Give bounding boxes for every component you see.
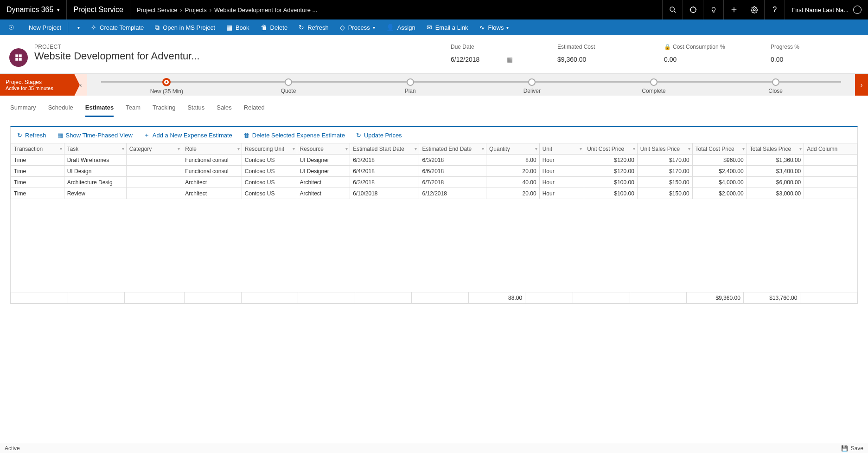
cell[interactable]: Architect (297, 177, 350, 188)
column-header[interactable]: Unit Sales Price▾ (637, 143, 692, 155)
cell[interactable]: UI Designer (297, 166, 350, 177)
cell[interactable]: Time (11, 188, 64, 199)
cell[interactable] (804, 166, 857, 177)
table-row[interactable]: TimeDraft WireframesFunctional consulCon… (11, 155, 857, 166)
cell[interactable]: $6,000.00 (747, 177, 804, 188)
cell[interactable] (126, 177, 182, 188)
column-header[interactable]: Task▾ (64, 143, 126, 155)
app-switcher[interactable]: Dynamics 365 ▾ (0, 0, 67, 19)
new-project-dropdown[interactable]: ▾ (69, 19, 85, 35)
cell[interactable]: $150.00 (637, 188, 692, 199)
breadcrumb-item[interactable]: Projects (185, 6, 207, 13)
lightbulb-icon[interactable] (703, 0, 723, 19)
cell[interactable]: 20.00 (486, 188, 539, 199)
cell[interactable]: $1,360.00 (747, 155, 804, 166)
time-phased-button[interactable]: ▦Show Time-Phased View (57, 132, 133, 139)
cell[interactable] (804, 177, 857, 188)
cell[interactable]: Hour (539, 155, 584, 166)
column-header[interactable]: Add Column (804, 143, 857, 155)
cell[interactable]: Functional consul (182, 166, 242, 177)
save-button[interactable]: 💾 Save (841, 445, 863, 452)
process-stage[interactable]: New (35 Min) (106, 75, 228, 95)
assign-button[interactable]: 👤Assign (381, 19, 421, 35)
cell[interactable]: $2,000.00 (692, 188, 747, 199)
target-icon[interactable] (683, 0, 703, 19)
add-expense-button[interactable]: ＋Add a New Expense Estimate (144, 131, 232, 139)
settings-icon[interactable] (744, 0, 764, 19)
cell[interactable]: UI Design (64, 166, 126, 177)
cell[interactable]: Architect (297, 188, 350, 199)
cell[interactable]: Contoso US (242, 177, 297, 188)
column-header[interactable]: Unit▾ (539, 143, 584, 155)
column-header[interactable]: Category▾ (126, 143, 182, 155)
refresh-button[interactable]: ↻Refresh (293, 19, 334, 35)
grid-refresh-button[interactable]: ↻Refresh (17, 132, 46, 139)
book-button[interactable]: ▦Book (221, 19, 255, 35)
cell[interactable]: 6/4/2018 (350, 166, 419, 177)
new-project-button[interactable]: New Project (23, 19, 67, 35)
cell[interactable]: Contoso US (242, 166, 297, 177)
cell[interactable]: 20.00 (486, 166, 539, 177)
cell[interactable]: $120.00 (584, 166, 638, 177)
user-menu[interactable]: First Name Last Na... (785, 0, 868, 19)
cell[interactable]: Hour (539, 177, 584, 188)
cell[interactable]: Time (11, 177, 64, 188)
tab-schedule[interactable]: Schedule (48, 101, 73, 117)
cell[interactable]: 6/7/2018 (419, 177, 486, 188)
breadcrumb-item[interactable]: Project Service (137, 6, 177, 13)
module-name-cell[interactable]: Project Service (67, 0, 130, 19)
tab-summary[interactable]: Summary (10, 101, 36, 117)
column-header[interactable]: Resourcing Unit▾ (242, 143, 297, 155)
cell[interactable]: Architecture Desig (64, 177, 126, 188)
cell[interactable]: 6/6/2018 (419, 166, 486, 177)
cell[interactable]: Architect (182, 177, 242, 188)
tab-related[interactable]: Related (244, 101, 265, 117)
process-stage[interactable]: Plan (349, 76, 471, 94)
column-header[interactable]: Transaction▾ (11, 143, 64, 155)
cell[interactable]: 40.00 (486, 177, 539, 188)
column-header[interactable]: Estimated End Date▾ (419, 143, 486, 155)
cell[interactable]: $100.00 (584, 177, 638, 188)
cell[interactable]: 6/3/2018 (350, 177, 419, 188)
cell[interactable]: $100.00 (584, 188, 638, 199)
cell[interactable]: 6/3/2018 (419, 155, 486, 166)
cell[interactable]: $120.00 (584, 155, 638, 166)
email-link-button[interactable]: ✉Email a Link (421, 19, 474, 35)
cell[interactable] (126, 155, 182, 166)
cell[interactable]: $170.00 (637, 166, 692, 177)
cell[interactable]: 6/3/2018 (350, 155, 419, 166)
table-row[interactable]: TimeArchitecture DesigArchitectContoso U… (11, 177, 857, 188)
process-stage[interactable]: Complete (593, 76, 715, 94)
tab-tracking[interactable]: Tracking (153, 101, 175, 117)
cell[interactable]: Hour (539, 188, 584, 199)
column-header[interactable]: Resource▾ (297, 143, 350, 155)
cell[interactable]: Time (11, 155, 64, 166)
cell[interactable] (804, 155, 857, 166)
update-prices-button[interactable]: ↻Update Prices (356, 132, 402, 139)
column-header[interactable]: Total Sales Price▾ (747, 143, 804, 155)
cell[interactable]: $4,000.00 (692, 177, 747, 188)
cell[interactable]: Review (64, 188, 126, 199)
cell[interactable]: Contoso US (242, 155, 297, 166)
cell[interactable]: Time (11, 166, 64, 177)
flows-button[interactable]: ∿Flows▾ (474, 19, 515, 35)
calendar-icon[interactable]: ▦ (507, 56, 513, 63)
process-stage[interactable]: Close (715, 76, 836, 94)
search-icon[interactable] (662, 0, 683, 19)
tab-team[interactable]: Team (126, 101, 140, 117)
column-header[interactable]: Role▾ (182, 143, 242, 155)
column-header[interactable]: Total Cost Price▾ (692, 143, 747, 155)
cell[interactable]: 8.00 (486, 155, 539, 166)
cell[interactable]: $150.00 (637, 177, 692, 188)
tab-sales[interactable]: Sales (217, 101, 232, 117)
column-header[interactable]: Quantity▾ (486, 143, 539, 155)
cell[interactable] (126, 166, 182, 177)
cell[interactable]: $3,400.00 (747, 166, 804, 177)
open-ms-project-button[interactable]: ⧉Open in MS Project (149, 19, 221, 35)
cell[interactable]: 6/10/2018 (350, 188, 419, 199)
cell[interactable]: $2,400.00 (692, 166, 747, 177)
process-button[interactable]: ◇Process▾ (334, 19, 381, 35)
cell[interactable]: $3,000.00 (747, 188, 804, 199)
delete-button[interactable]: 🗑Delete (255, 19, 294, 35)
cell[interactable]: Functional consul (182, 155, 242, 166)
